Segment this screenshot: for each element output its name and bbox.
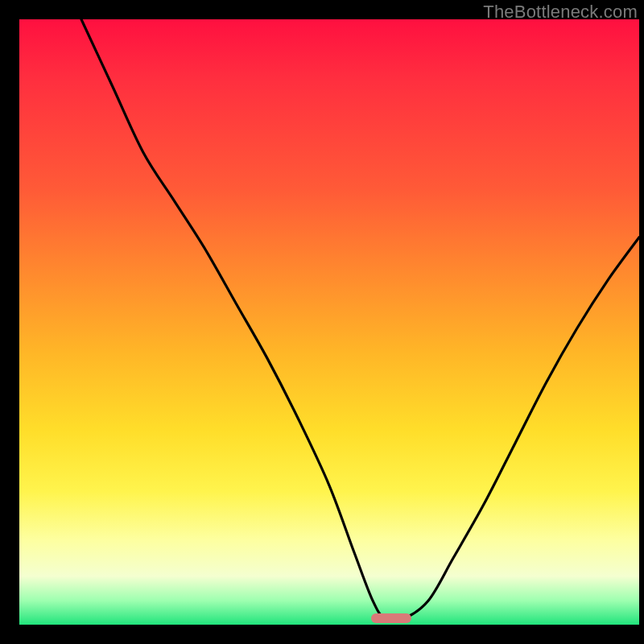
valley-marker — [371, 613, 411, 623]
plot-area — [19, 19, 639, 625]
bottleneck-curve — [81, 19, 639, 621]
watermark-text: TheBottleneck.com — [483, 2, 638, 23]
chart-stage: TheBottleneck.com — [0, 0, 644, 644]
curve-svg — [19, 19, 639, 625]
